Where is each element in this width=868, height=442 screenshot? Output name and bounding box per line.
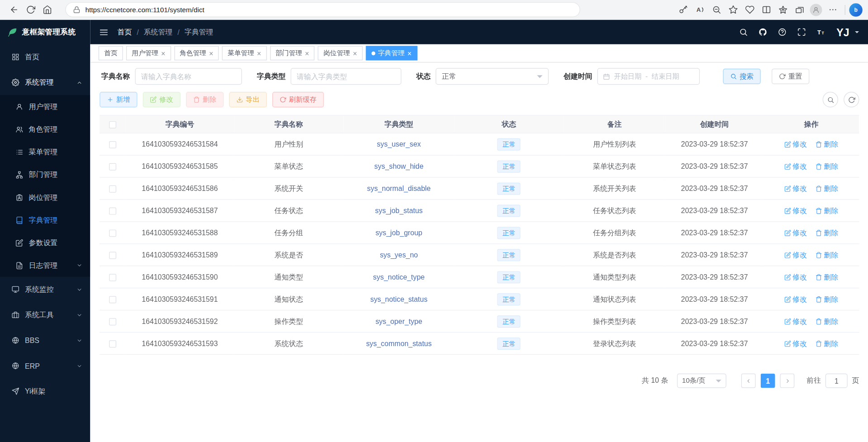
edit-link[interactable]: 修改 — [784, 294, 807, 304]
sidebar-item-param-settings[interactable]: 参数设置 — [0, 231, 90, 254]
search-icon[interactable] — [739, 28, 748, 37]
tab-menu-mgmt[interactable]: 菜单管理× — [222, 46, 267, 61]
home-button[interactable] — [39, 1, 56, 18]
delete-link[interactable]: 删除 — [816, 162, 838, 171]
delete-link[interactable]: 删除 — [816, 139, 838, 149]
bing-button[interactable]: b — [849, 3, 862, 16]
dict-type-link[interactable]: sys_job_group — [376, 228, 422, 237]
row-checkbox[interactable] — [109, 230, 116, 237]
select-all-checkbox[interactable] — [109, 121, 116, 128]
sidebar-item-menu-mgmt[interactable]: 菜单管理 — [0, 141, 90, 163]
status-select[interactable]: 正常 — [436, 68, 549, 85]
page-size-select[interactable]: 10条/页 — [677, 374, 726, 388]
delete-link[interactable]: 删除 — [816, 250, 838, 260]
row-checkbox[interactable] — [109, 252, 116, 259]
refresh-table-button[interactable] — [844, 92, 859, 107]
fullscreen-icon[interactable] — [797, 28, 806, 37]
tab-dict-mgmt[interactable]: 字典管理× — [366, 46, 417, 61]
add-favorite-button[interactable] — [725, 1, 741, 18]
row-checkbox[interactable] — [109, 141, 116, 148]
browser-essentials-button[interactable] — [741, 1, 758, 18]
breadcrumb-system-mgmt[interactable]: 系统管理 — [144, 27, 173, 37]
dict-type-link[interactable]: sys_oper_type — [376, 317, 422, 325]
edit-link[interactable]: 修改 — [784, 316, 807, 326]
row-checkbox[interactable] — [109, 208, 116, 215]
tab-close-icon[interactable]: × — [257, 49, 261, 57]
refresh-cache-button[interactable]: 刷新缓存 — [272, 92, 324, 107]
dict-type-input[interactable] — [291, 68, 401, 85]
tab-close-icon[interactable]: × — [407, 49, 411, 57]
edit-link[interactable]: 修改 — [784, 162, 807, 171]
row-checkbox[interactable] — [109, 296, 116, 303]
tab-close-icon[interactable]: × — [161, 49, 165, 57]
row-checkbox[interactable] — [109, 163, 116, 171]
sidebar-item-erp[interactable]: ERP — [0, 353, 90, 378]
breadcrumb-home[interactable]: 首页 — [117, 27, 132, 37]
sidebar-item-system-monitor[interactable]: 系统监控 — [0, 277, 90, 302]
tab-role-mgmt[interactable]: 角色管理× — [174, 46, 219, 61]
tab-post-mgmt[interactable]: 岗位管理× — [318, 46, 363, 61]
sidebar-toggle[interactable] — [99, 28, 109, 37]
row-checkbox[interactable] — [109, 185, 116, 193]
help-icon[interactable] — [778, 28, 787, 37]
sidebar-item-log-mgmt[interactable]: 日志管理 — [0, 254, 90, 276]
tab-dept-mgmt[interactable]: 部门管理× — [270, 46, 315, 61]
sidebar-item-role-mgmt[interactable]: 角色管理 — [0, 118, 90, 141]
delete-link[interactable]: 删除 — [816, 205, 838, 215]
tab-home[interactable]: 首页 — [99, 46, 123, 61]
delete-button[interactable]: 删除 — [186, 92, 224, 107]
row-checkbox[interactable] — [109, 340, 116, 347]
edit-link[interactable]: 修改 — [784, 250, 807, 260]
dict-type-link[interactable]: sys_common_status — [366, 339, 432, 347]
edit-link[interactable]: 修改 — [784, 139, 807, 149]
delete-link[interactable]: 删除 — [816, 316, 838, 326]
dict-type-link[interactable]: sys_notice_type — [373, 273, 424, 281]
back-button[interactable] — [5, 1, 22, 18]
edit-link[interactable]: 修改 — [784, 205, 807, 215]
sidebar-item-post-mgmt[interactable]: 岗位管理 — [0, 186, 90, 209]
delete-link[interactable]: 删除 — [816, 228, 838, 238]
export-button[interactable]: 导出 — [229, 92, 267, 107]
dict-type-link[interactable]: sys_normal_disable — [367, 184, 431, 192]
edit-link[interactable]: 修改 — [784, 338, 807, 348]
password-button[interactable] — [675, 1, 692, 18]
dict-type-link[interactable]: sys_user_sex — [377, 140, 421, 148]
browser-menu-button[interactable] — [824, 1, 841, 18]
address-bar[interactable]: https://ccnetcore.com:1101/system/dict — [65, 2, 580, 17]
favorites-button[interactable] — [774, 1, 791, 18]
tab-close-icon[interactable]: × — [209, 49, 213, 57]
edit-link[interactable]: 修改 — [784, 184, 807, 194]
user-menu[interactable]: YJ — [836, 25, 859, 38]
collections-button[interactable] — [791, 1, 808, 18]
edit-link[interactable]: 修改 — [784, 228, 807, 238]
dict-name-input[interactable] — [135, 68, 242, 85]
edit-button[interactable]: 修改 — [143, 92, 181, 107]
row-checkbox[interactable] — [109, 318, 116, 325]
split-screen-button[interactable] — [758, 1, 775, 18]
sidebar-item-dept-mgmt[interactable]: 部门管理 — [0, 163, 90, 186]
tab-close-icon[interactable]: × — [305, 49, 309, 57]
sidebar-item-user-mgmt[interactable]: 用户管理 — [0, 95, 90, 118]
dict-type-link[interactable]: sys_show_hide — [374, 162, 424, 170]
show-search-button[interactable] — [823, 92, 838, 107]
profile-avatar[interactable] — [810, 4, 822, 16]
page-1-button[interactable]: 1 — [761, 374, 775, 388]
sidebar-item-yi-framework[interactable]: Yi框架 — [0, 379, 90, 404]
edit-link[interactable]: 修改 — [784, 272, 807, 282]
reset-button[interactable]: 重置 — [772, 69, 809, 84]
goto-page-input[interactable] — [825, 374, 848, 388]
delete-link[interactable]: 删除 — [816, 294, 838, 304]
github-icon[interactable] — [758, 28, 768, 37]
sidebar-item-system-tools[interactable]: 系统工具 — [0, 302, 90, 328]
row-checkbox[interactable] — [109, 274, 116, 281]
tab-user-mgmt[interactable]: 用户管理× — [126, 46, 171, 61]
zoom-button[interactable] — [708, 1, 725, 18]
add-button[interactable]: 新增 — [100, 92, 137, 107]
refresh-button[interactable] — [22, 1, 39, 18]
delete-link[interactable]: 删除 — [816, 338, 838, 348]
font-size-icon[interactable]: TT — [816, 28, 825, 37]
next-page-button[interactable] — [780, 374, 795, 388]
sidebar-item-dict-mgmt[interactable]: 字典管理 — [0, 209, 90, 231]
dict-type-link[interactable]: sys_notice_status — [370, 295, 427, 303]
prev-page-button[interactable] — [741, 374, 756, 388]
